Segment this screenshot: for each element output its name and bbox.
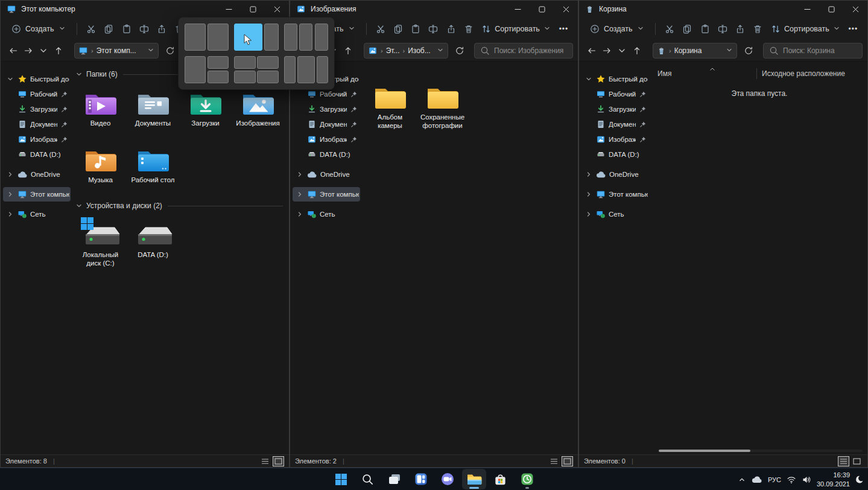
address-dropdown-icon[interactable] xyxy=(726,45,733,56)
breadcrumb-segment[interactable]: Изоб... xyxy=(408,46,431,55)
chevron-right-icon[interactable] xyxy=(7,191,14,198)
sidebar-item[interactable]: Этот компьютер xyxy=(293,187,360,202)
file-tile[interactable]: Документы xyxy=(127,80,179,136)
more-options-button[interactable]: ••• xyxy=(845,20,861,38)
paste-button[interactable] xyxy=(118,20,135,38)
sidebar-item[interactable]: Этот компьютер xyxy=(581,187,649,202)
close-button[interactable] xyxy=(554,1,578,18)
chevron-right-icon[interactable] xyxy=(585,191,593,198)
view-thumbnails-button[interactable] xyxy=(273,456,284,466)
file-tile[interactable]: Альбом камеры xyxy=(364,74,416,130)
view-thumbnails-button[interactable] xyxy=(562,456,573,466)
chevron-down-icon[interactable] xyxy=(75,71,83,78)
paste-button[interactable] xyxy=(408,20,424,38)
file-tile[interactable]: Рабочий стол xyxy=(127,136,179,193)
sidebar-item[interactable]: Документы xyxy=(581,117,649,132)
title-bar[interactable]: Корзина xyxy=(579,1,867,18)
snap-zone[interactable] xyxy=(257,71,278,83)
snap-zone[interactable] xyxy=(264,24,278,51)
focus-assist-moon-icon[interactable] xyxy=(855,475,864,484)
chevron-right-icon[interactable] xyxy=(296,171,304,178)
back-button[interactable] xyxy=(5,43,21,59)
copy-button[interactable] xyxy=(679,20,695,38)
file-tile[interactable]: Видео xyxy=(74,80,127,136)
sidebar-item[interactable]: Загрузки xyxy=(293,102,360,116)
paste-button[interactable] xyxy=(697,20,713,38)
chevron-right-icon[interactable] xyxy=(7,171,14,178)
view-details-button[interactable] xyxy=(838,456,849,466)
cut-button[interactable] xyxy=(662,20,678,38)
close-button[interactable] xyxy=(843,1,867,18)
language-indicator[interactable]: РУС xyxy=(768,476,781,483)
sidebar-item[interactable]: Сеть xyxy=(3,207,71,221)
sidebar-item[interactable]: Документы xyxy=(3,117,71,132)
sidebar-item[interactable]: Изображения xyxy=(293,132,360,147)
sidebar-item[interactable]: Загрузки xyxy=(581,102,649,116)
snap-zone[interactable] xyxy=(317,56,328,83)
sidebar-item[interactable]: Сеть xyxy=(293,207,360,221)
recent-locations-button[interactable] xyxy=(614,43,629,59)
up-button[interactable] xyxy=(51,43,66,59)
snap-zone[interactable] xyxy=(315,24,328,51)
cut-button[interactable] xyxy=(83,20,100,38)
file-tile[interactable]: Локальный диск (C:) xyxy=(74,211,127,268)
sidebar-item[interactable]: DATA (D:) xyxy=(581,147,649,162)
sort-button[interactable]: Сортировать xyxy=(767,20,844,38)
snap-zone[interactable] xyxy=(207,24,229,51)
file-tile[interactable]: Музыка xyxy=(74,136,127,193)
sidebar-item[interactable]: OneDrive xyxy=(293,167,360,182)
volume-icon[interactable] xyxy=(802,475,811,485)
address-bar[interactable]: › Корзина xyxy=(653,43,737,59)
breadcrumb-segment[interactable]: Корзина xyxy=(674,46,702,55)
taskbar-clock-app-button[interactable] xyxy=(515,469,539,489)
back-button[interactable] xyxy=(584,43,599,59)
sidebar-item[interactable]: Сеть xyxy=(581,207,649,221)
section-header[interactable]: Устройства и диски (2) xyxy=(75,202,283,210)
minimize-button[interactable] xyxy=(505,1,530,18)
refresh-button[interactable] xyxy=(162,43,177,59)
rename-button[interactable] xyxy=(425,20,442,38)
search-input[interactable]: Поиск: Изображения xyxy=(474,43,573,59)
forward-button[interactable] xyxy=(21,43,36,59)
address-dropdown-icon[interactable] xyxy=(147,45,154,56)
clock[interactable]: 16:39 30.09.2021 xyxy=(817,471,850,488)
cut-button[interactable] xyxy=(373,20,389,38)
taskbar-chat-button[interactable] xyxy=(436,469,460,489)
scrollbar-thumb[interactable] xyxy=(659,450,750,452)
refresh-button[interactable] xyxy=(452,43,467,59)
view-details-button[interactable] xyxy=(259,456,271,466)
address-bar[interactable]: › Этот комп... xyxy=(74,43,159,59)
title-bar[interactable]: Изображения xyxy=(290,1,578,18)
breadcrumb-segment[interactable]: Эт... xyxy=(386,46,400,55)
view-thumbnails-button[interactable] xyxy=(851,456,863,466)
onedrive-tray-icon[interactable] xyxy=(752,476,762,484)
sidebar-item[interactable]: Быстрый доступ xyxy=(581,72,649,86)
column-name[interactable]: Имя xyxy=(651,69,756,78)
wifi-icon[interactable] xyxy=(787,475,796,485)
snap-layout-option[interactable] xyxy=(234,56,278,83)
sidebar-item[interactable]: Изображения xyxy=(581,132,649,147)
taskbar-explorer-button[interactable] xyxy=(462,469,486,489)
snap-zone[interactable] xyxy=(185,24,206,51)
forward-button[interactable] xyxy=(599,43,614,59)
horizontal-scrollbar[interactable] xyxy=(659,450,863,452)
file-tile[interactable]: Сохраненные фотографии xyxy=(416,74,469,130)
chevron-down-icon[interactable] xyxy=(585,75,593,83)
snap-zone[interactable] xyxy=(234,56,255,69)
taskbar-store-button[interactable] xyxy=(489,469,513,489)
create-button[interactable]: Создать xyxy=(7,20,71,38)
chevron-right-icon[interactable] xyxy=(7,211,14,218)
snap-layout-option[interactable] xyxy=(284,56,328,83)
hidden-icons-chevron-icon[interactable] xyxy=(738,476,746,484)
snap-zone[interactable] xyxy=(207,56,229,69)
snap-zone[interactable] xyxy=(299,24,312,51)
taskbar-start-button[interactable] xyxy=(329,469,353,489)
column-original-location[interactable]: Исходное расположение xyxy=(757,69,845,78)
sidebar-item[interactable]: Загрузки xyxy=(3,102,71,116)
breadcrumb-segment[interactable]: Этот комп... xyxy=(97,46,136,55)
sidebar-item[interactable]: Этот компьютер xyxy=(3,187,71,202)
snap-layout-option[interactable] xyxy=(234,24,278,51)
maximize-button[interactable] xyxy=(241,1,265,18)
chevron-right-icon[interactable] xyxy=(585,171,593,178)
sidebar-item[interactable]: Изображения xyxy=(3,132,71,147)
